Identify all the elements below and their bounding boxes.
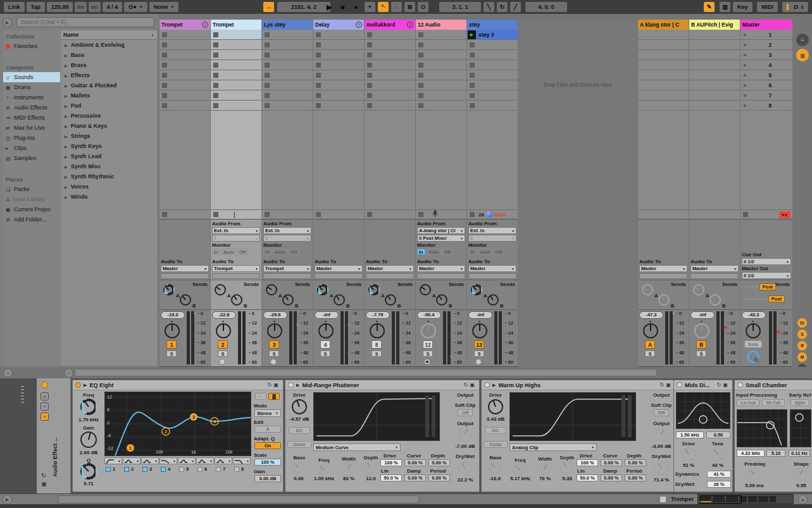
clip-slot[interactable] (262, 90, 313, 101)
clip-slot[interactable] (313, 90, 364, 101)
browser-list-item[interactable]: ▶ Bass (61, 50, 157, 60)
drop-zone[interactable]: Drop Files and Devices Here (518, 20, 637, 367)
expand-icon[interactable]: ▶ (65, 195, 68, 199)
volume-value[interactable]: -7.79 (366, 311, 390, 319)
send-a-knob[interactable] (693, 284, 704, 295)
sidebar-place-item[interactable]: ⊞ Add Folder... (3, 214, 60, 225)
clip-slot[interactable] (313, 60, 364, 70)
browser-list-item[interactable]: ▶ Synth Misc (61, 161, 157, 171)
track-status[interactable]: | (211, 209, 261, 220)
q-field[interactable]: 0.50 (706, 431, 730, 438)
browser-list-item[interactable]: ▶ Synth Rhythmic (61, 171, 157, 182)
send-a-knob[interactable] (266, 284, 277, 295)
chain-list-icon[interactable]: ≡ (41, 402, 49, 411)
nudge-up-button[interactable]: |||| (89, 2, 101, 12)
clip-slot[interactable] (313, 40, 364, 50)
audio-to-select[interactable]: Master▼ (161, 265, 209, 272)
device-title-bar[interactable]: ▶ EQ Eight ↻▣ (73, 380, 283, 390)
volume-knob[interactable] (165, 323, 180, 338)
track-header[interactable]: mollakkord ≡ (365, 20, 415, 30)
scene[interactable]: ▶ 3 (740, 50, 792, 60)
track-stop-button[interactable] (316, 212, 321, 217)
volume-knob[interactable] (267, 323, 282, 338)
audio-to-select[interactable]: Master▼ (468, 265, 516, 272)
solo-button[interactable]: S (372, 350, 382, 357)
device-fold-icon[interactable]: ▶ (492, 383, 496, 388)
sidebar-category-item[interactable]: ≋ Audio Effects (3, 102, 60, 113)
clip-slot[interactable] (211, 30, 261, 40)
volume-knob[interactable] (472, 323, 487, 338)
clip-slot[interactable] (365, 50, 415, 60)
edit-ab-button[interactable]: A (254, 426, 281, 433)
band-enable-checkbox[interactable] (197, 467, 203, 472)
base-knob[interactable] (489, 461, 501, 474)
clip-slot[interactable] (211, 90, 261, 101)
ws-period-field[interactable]: 0.00 % (428, 474, 450, 481)
back-to-arrangement-button[interactable]: ▶▮ (779, 211, 790, 218)
arm-button[interactable] (475, 359, 482, 365)
clip-slot[interactable] (467, 80, 518, 90)
mode-select[interactable]: Stereo▼ (254, 409, 281, 417)
spin-rate-field[interactable]: 0.11 Hz (789, 450, 810, 457)
clip-slot[interactable] (262, 80, 313, 90)
filter-type-select[interactable]: ▼ (123, 457, 141, 464)
base-knob[interactable] (292, 461, 305, 474)
sidebar-item-favorites[interactable]: Favorites (3, 41, 60, 51)
browser-list-item[interactable]: ▶ Piano & Keys (61, 121, 157, 131)
record-button[interactable]: ● (354, 3, 358, 11)
crossfader-icon[interactable]: ≈ (3, 368, 13, 378)
filter-type-select[interactable]: ▼ (196, 457, 214, 464)
monitor-off-button[interactable]: Off (494, 249, 504, 255)
volume-knob[interactable] (370, 323, 385, 338)
shape-knob[interactable] (793, 468, 807, 481)
clip-slot[interactable] (365, 30, 415, 40)
monitor-auto-button[interactable]: Auto (222, 249, 236, 255)
clip-slot[interactable] (467, 90, 518, 101)
clip-slot[interactable] (211, 60, 261, 70)
solo-button[interactable]: S (166, 350, 177, 357)
depth-knob[interactable] (364, 461, 377, 474)
browser-list-item[interactable]: ▶ Winds (61, 192, 157, 202)
track-header[interactable]: støy ≡ (467, 20, 518, 30)
loop-toggle-button[interactable]: O (418, 2, 428, 12)
sidebar-place-item[interactable]: ♙ User Library (3, 194, 60, 204)
soft-clip-button[interactable]: Off (458, 409, 473, 416)
dc-button[interactable]: DC (289, 427, 310, 434)
tone-knob[interactable] (711, 447, 725, 461)
hot-swap-save-icons[interactable]: ↻▣ (464, 382, 477, 388)
clip-slot[interactable] (467, 101, 518, 111)
solo-button[interactable]: S (320, 350, 330, 357)
track-status[interactable]: | (416, 209, 466, 220)
track-stop-button[interactable] (162, 212, 167, 217)
track-activator-button[interactable]: A (645, 340, 655, 349)
ws-period-field[interactable]: 0.00 % (625, 474, 646, 481)
clip-slot[interactable] (467, 60, 518, 70)
output-knob[interactable] (458, 428, 472, 442)
device-chain-minimap[interactable] (697, 494, 794, 504)
track-activator-button[interactable]: 12 (423, 340, 433, 349)
volume-value[interactable]: -29.6 (263, 311, 287, 319)
ws-drive-field[interactable]: 100 % (380, 459, 402, 466)
color-button[interactable]: Color (484, 441, 508, 448)
band-display[interactable] (676, 392, 730, 429)
send-a-knob[interactable] (368, 284, 380, 295)
spin-display[interactable] (790, 409, 811, 447)
ws-curve-field[interactable]: 0.00 % (601, 459, 622, 466)
draw-mode-button[interactable]: ✎ (704, 2, 715, 12)
send-b-knob[interactable] (487, 294, 499, 306)
shape-select[interactable]: Medium Curve▼ (313, 443, 401, 451)
expand-icon[interactable]: ▶ (65, 84, 68, 88)
send-b-knob[interactable] (658, 294, 670, 306)
expand-icon[interactable]: ▶ (65, 134, 68, 139)
rack-name[interactable]: Audio Effect ... (52, 401, 61, 477)
solo-button[interactable]: S (696, 350, 706, 357)
filter-type-select[interactable]: ▼ (233, 457, 251, 464)
browser-collapse-icon[interactable]: ▶ (3, 18, 12, 27)
filter-type-select[interactable]: ▼ (141, 457, 159, 464)
slot-stop-button[interactable] (213, 32, 218, 37)
scene[interactable]: ▶ 4 (740, 60, 792, 70)
track-header[interactable]: Lys støy ≡ (262, 20, 313, 30)
lo-cut-button[interactable]: Lo Cut (737, 399, 759, 406)
expand-icon[interactable]: ▶ (65, 154, 68, 159)
clip-slot[interactable] (416, 90, 466, 101)
